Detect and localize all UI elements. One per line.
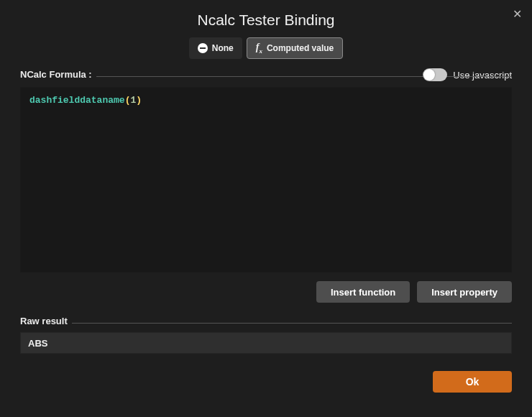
mode-segment: None fx Computed value — [0, 37, 532, 66]
token-close-paren: ) — [136, 95, 142, 106]
use-js-toggle[interactable] — [423, 68, 447, 81]
raw-result-label: Raw result — [20, 316, 68, 326]
formula-label: NCalc Formula : — [20, 69, 92, 80]
mode-computed-label: Computed value — [267, 43, 334, 53]
formula-editor[interactable]: dashfielddataname(1) — [20, 87, 512, 272]
raw-result-value: ABS — [28, 338, 47, 349]
insert-buttons-row: Insert function Insert property — [20, 281, 512, 303]
insert-function-button[interactable]: Insert function — [316, 281, 410, 303]
insert-property-button[interactable]: Insert property — [417, 281, 512, 303]
use-js-label: Use javascript — [453, 70, 512, 81]
fx-icon: fx — [256, 42, 262, 55]
toggle-knob — [423, 69, 435, 81]
close-icon[interactable]: ✕ — [513, 7, 522, 21]
divider — [96, 76, 512, 77]
mode-none-label: None — [212, 43, 234, 53]
raw-result-output: ABS — [20, 332, 512, 354]
binding-dialog: ✕ Ncalc Tester Binding None fx Computed … — [0, 0, 532, 417]
raw-result-header: Raw result — [20, 316, 512, 326]
ok-row: Ok — [20, 371, 512, 393]
ok-button[interactable]: Ok — [433, 371, 512, 393]
mode-none-button[interactable]: None — [189, 37, 242, 59]
token-function: dashfielddataname — [29, 95, 125, 106]
dialog-body: Use javascript NCalc Formula : dashfield… — [0, 66, 532, 393]
minus-circle-icon — [198, 43, 208, 53]
mode-computed-button[interactable]: fx Computed value — [247, 37, 344, 59]
divider — [72, 323, 512, 324]
dialog-title: Ncalc Tester Binding — [0, 0, 532, 37]
